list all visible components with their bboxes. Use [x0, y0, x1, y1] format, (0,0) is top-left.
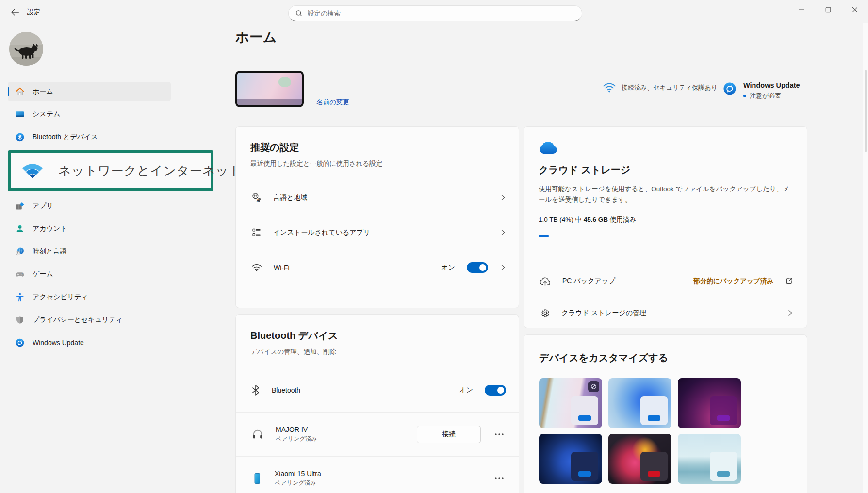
cloud-storage-card: クラウド ストレージ 使用可能なストレージを使用すると、Outlook でファイ…	[524, 126, 807, 328]
manage-cloud-storage-row[interactable]: クラウド ストレージの管理	[524, 297, 807, 329]
device-thumbnail	[235, 71, 304, 107]
chevron-right-icon	[787, 310, 793, 316]
bluetooth-toggle-row[interactable]: Bluetooth オン	[236, 368, 519, 412]
back-button[interactable]	[8, 6, 22, 18]
sidebar-item-label: Bluetooth とデバイス	[33, 133, 98, 142]
bluetooth-devices-card: Bluetooth デバイス デバイスの管理、追加、削除 Bluetooth オ…	[235, 314, 519, 493]
pc-backup-row[interactable]: PC バックアップ 部分的にバックアップ済み	[524, 265, 807, 297]
theme-accent-pill	[578, 471, 591, 477]
toggle-knob	[497, 387, 504, 394]
external-link-icon	[785, 277, 793, 285]
rename-device-link[interactable]: 名前の変更	[316, 98, 349, 107]
theme-auto-switch-icon	[588, 381, 599, 392]
theme-accent-pill	[578, 415, 591, 421]
wifi-toggle[interactable]	[467, 262, 488, 273]
sidebar-item-label: プライバシーとセキュリティ	[33, 316, 123, 324]
installed-apps-row[interactable]: インストールされているアプリ	[236, 215, 519, 250]
gear-icon	[540, 308, 550, 318]
sidebar-item-gaming[interactable]: ゲーム	[8, 265, 171, 284]
sidebar-item-label: システム	[33, 110, 60, 119]
sidebar-item-windows-update[interactable]: Windows Update	[8, 333, 171, 352]
sidebar-item-privacy[interactable]: プライバシーとセキュリティ	[8, 310, 171, 330]
storage-progress-bar	[539, 235, 793, 237]
gamepad-icon	[15, 270, 25, 279]
theme-thumbnail-3[interactable]	[678, 378, 741, 428]
sidebar-item-time-language[interactable]: 時刻と言語	[8, 242, 171, 261]
chevron-right-icon	[500, 264, 506, 270]
theme-thumbnail-5[interactable]	[608, 434, 671, 484]
sidebar-item-label: 時刻と言語	[33, 247, 66, 256]
cloud-description: 使用可能なストレージを使用すると、Outlook でファイルをバックアップしたり…	[539, 184, 793, 205]
network-status[interactable]: 接続済み、セキュリティ保護あり	[603, 82, 718, 93]
windows-update-status-icon	[722, 81, 737, 100]
card-title: Bluetooth デバイス	[250, 329, 504, 342]
scrollbar[interactable]	[863, 23, 868, 493]
avatar[interactable]	[9, 32, 43, 66]
theme-window-preview	[710, 452, 737, 481]
bluetooth-device-row[interactable]: MAJOR IV ペアリング済み 接続	[236, 412, 519, 456]
sidebar-item-bluetooth-devices[interactable]: Bluetooth とデバイス	[8, 127, 171, 147]
accessibility-icon	[15, 292, 25, 302]
backup-status-text: 部分的にバックアップ済み	[693, 277, 773, 286]
annotation-label: ネットワークとインターネット	[58, 162, 242, 179]
back-arrow-icon	[11, 8, 19, 16]
sidebar-nav: ホーム システム Bluetooth とデバイス ネットワークとインターネット …	[8, 82, 171, 356]
search-box[interactable]	[288, 5, 582, 21]
chevron-right-icon	[500, 229, 506, 236]
app-title: 設定	[27, 8, 40, 16]
shield-icon	[15, 315, 25, 325]
windows-update-status[interactable]: Windows Update 注意が必要	[722, 81, 800, 100]
sidebar-item-accessibility[interactable]: アクセシビリティ	[8, 287, 171, 307]
theme-thumbnail-6[interactable]	[678, 434, 741, 484]
apps-icon	[15, 201, 25, 211]
theme-thumbnail-2[interactable]	[608, 378, 671, 428]
bluetooth-glyph-icon	[251, 385, 260, 396]
sidebar-item-system[interactable]: システム	[8, 105, 171, 124]
bluetooth-device-row[interactable]: Xiaomi 15 Ultra ペアリング済み	[236, 456, 519, 493]
headphones-icon	[251, 428, 264, 441]
sidebar-item-label: ゲーム	[33, 270, 53, 279]
more-options-icon[interactable]	[492, 431, 506, 438]
search-icon	[295, 10, 303, 17]
bluetooth-toggle[interactable]	[485, 385, 506, 396]
storage-used-value: 45.6 GB	[584, 216, 608, 223]
connect-button[interactable]: 接続	[417, 426, 481, 443]
cloud-upload-icon	[540, 276, 551, 286]
search-input[interactable]	[308, 10, 575, 17]
wifi-row-icon	[251, 263, 262, 272]
account-icon	[15, 224, 25, 234]
sidebar-item-apps[interactable]: アプリ	[8, 196, 171, 216]
phone-icon	[251, 472, 263, 485]
card-title: クラウド ストレージ	[539, 163, 792, 176]
row-label: インストールされているアプリ	[273, 228, 488, 237]
theme-thumbnail-4[interactable]	[539, 434, 602, 484]
sidebar-item-accounts[interactable]: アカウント	[8, 219, 171, 239]
device-wallpaper-shelf	[237, 99, 302, 105]
theme-window-preview	[640, 396, 668, 425]
installed-apps-icon	[251, 227, 262, 238]
wifi-row[interactable]: Wi-Fi オン	[236, 250, 519, 285]
scrollbar-thumb[interactable]	[865, 70, 867, 152]
close-button[interactable]	[841, 0, 868, 19]
progress-track	[539, 236, 793, 237]
more-options-icon[interactable]	[492, 475, 506, 482]
sidebar-item-label: アクセシビリティ	[33, 293, 88, 302]
sidebar-item-home[interactable]: ホーム	[8, 82, 171, 101]
progress-fill	[539, 235, 549, 237]
wifi-icon-large	[21, 162, 44, 179]
theme-accent-pill	[648, 471, 660, 477]
windows-update-status-text: 注意が必要	[750, 92, 781, 100]
language-region-row[interactable]: A 言語と地域	[236, 180, 519, 215]
recommended-settings-card: 推奨の設定 最近使用した設定と一般的に使用される設定 A 言語と地域 インストー…	[235, 126, 519, 308]
network-status-text: 接続済み、セキュリティ保護あり	[622, 83, 718, 93]
minimize-button[interactable]	[788, 0, 815, 19]
toggle-knob	[479, 264, 486, 271]
bluetooth-toggle-state: オン	[459, 386, 473, 395]
time-language-icon	[15, 247, 25, 256]
maximize-button[interactable]	[815, 0, 841, 19]
theme-window-preview	[640, 452, 668, 481]
card-subtitle: デバイスの管理、追加、削除	[250, 348, 504, 356]
theme-thumbnail-1[interactable]	[539, 378, 602, 428]
device-wallpaper-art	[278, 77, 291, 87]
titlebar: 設定	[0, 0, 868, 23]
